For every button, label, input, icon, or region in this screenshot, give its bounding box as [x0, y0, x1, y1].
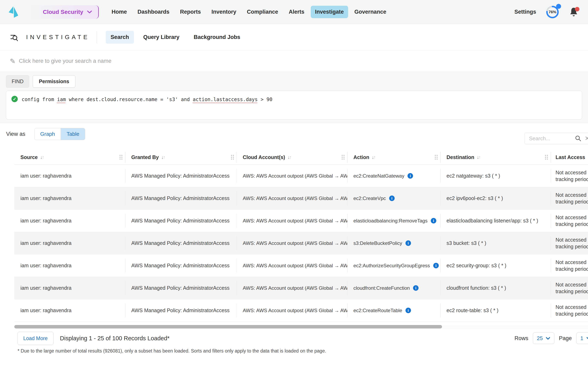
settings-button[interactable]: Settings [514, 9, 536, 15]
query-segment: action.lastaccess.days [193, 97, 258, 102]
rows-label: Rows [515, 335, 528, 342]
table-row[interactable]: iam user: raghavendraAWS Managed Policy:… [14, 165, 588, 187]
column-label: Source [20, 154, 38, 160]
cell-cloud-accounts: AWS: AWS Account outpost (AWS Global → A… [237, 254, 347, 277]
cell-action: ec2:CreateRouteTablei [347, 299, 440, 322]
cell-action: elasticloadbalancing:RemoveTagsi [347, 210, 440, 232]
column-header-cloud-account-s[interactable]: Cloud Account(s)↓↑ [237, 150, 347, 165]
cell-destination: ec2 ipv6pool-ec2: s3 ( * ) [440, 187, 551, 209]
sort-icon[interactable]: ↓↑ [372, 155, 375, 160]
nav-item-alerts[interactable]: Alerts [285, 6, 309, 18]
module-title: INVESTIGATE [26, 34, 90, 41]
sort-icon[interactable]: ↓↑ [477, 155, 480, 160]
table-row[interactable]: iam user: raghavendraAWS Managed Policy:… [14, 210, 588, 232]
info-icon[interactable]: i [413, 285, 419, 291]
load-more-button[interactable]: Load More [17, 332, 53, 345]
cell-text: AWS: AWS Account outpost (AWS Global → A… [243, 240, 347, 246]
permissions-chip[interactable]: Permissions [33, 75, 75, 88]
investigate-icon [9, 33, 19, 42]
table-row[interactable]: iam user: raghavendraAWS Managed Policy:… [14, 277, 588, 299]
cell-cloud-accounts: AWS: AWS Account outpost (AWS Global → A… [237, 165, 347, 187]
query-editor[interactable]: ✓ config from iam where dest.cloud.resou… [6, 91, 582, 119]
cell-cloud-accounts: AWS: AWS Account outpost (AWS Global → A… [237, 187, 347, 209]
column-drag-handle-icon[interactable] [230, 154, 234, 160]
column-drag-handle-icon[interactable] [119, 154, 123, 160]
cell-text: elasticloadbalancing listener/app: s3 ( … [447, 218, 538, 224]
cell-granted-by: AWS Managed Policy: AdministratorAccess [125, 232, 237, 254]
tab-search[interactable]: Search [106, 31, 134, 44]
table-row[interactable]: iam user: raghavendraAWS Managed Policy:… [14, 299, 588, 322]
column-header-action[interactable]: Action↓↑ [347, 150, 440, 165]
notifications-button[interactable] [569, 7, 579, 17]
cell-text: iam user: raghavendra [20, 218, 71, 224]
info-icon[interactable]: i [431, 218, 436, 224]
sort-icon[interactable]: ↓↑ [287, 155, 291, 160]
column-label: Destination [447, 154, 474, 160]
info-icon[interactable]: i [407, 173, 413, 179]
cell-text: elasticloadbalancing:RemoveTags [354, 218, 428, 224]
cell-granted-by: AWS Managed Policy: AdministratorAccess [125, 210, 237, 232]
sort-up-arrow: ↑ [163, 155, 165, 160]
query-chip-row: FIND Permissions [6, 75, 582, 88]
query-segment: iam [57, 97, 66, 102]
rows-per-page-select[interactable]: 25 [533, 333, 554, 344]
cell-last-access: Not accessed in the tracking period [551, 165, 588, 187]
column-drag-handle-icon[interactable] [544, 154, 549, 160]
horizontal-scrollbar [14, 325, 588, 329]
page-select[interactable]: 1 [576, 333, 588, 344]
cell-text: AWS Managed Policy: AdministratorAccess [131, 240, 229, 246]
column-header-last-access[interactable]: Last Access↓↑ [551, 150, 588, 165]
column-header-destination[interactable]: Destination↓↑ [440, 150, 551, 165]
app-switcher[interactable]: Cloud Security [31, 5, 99, 19]
tab-query-library[interactable]: Query Library [138, 31, 184, 44]
tab-background-jobs[interactable]: Background Jobs [189, 31, 245, 44]
module-bar: INVESTIGATE SearchQuery LibraryBackgroun… [0, 24, 588, 50]
column-header-source[interactable]: Source↓↑ [14, 150, 125, 165]
cell-action: ec2:CreateNatGatewayi [347, 165, 440, 187]
sort-icon[interactable]: ↓↑ [40, 155, 44, 160]
column-drag-handle-icon[interactable] [434, 154, 438, 160]
cell-last-access: Not accessed in the tracking period [551, 277, 588, 299]
nav-item-dashboards[interactable]: Dashboards [133, 6, 174, 18]
nav-item-investigate[interactable]: Investigate [311, 6, 348, 18]
horizontal-scrollbar-thumb[interactable] [14, 325, 442, 328]
cell-destination: ec2 security-group: s3 ( * ) [440, 254, 551, 277]
sort-icon[interactable]: ↓↑ [161, 155, 165, 160]
table-row[interactable]: iam user: raghavendraAWS Managed Policy:… [14, 254, 588, 277]
view-toggle-table[interactable]: Table [61, 128, 85, 140]
cell-text: Not accessed in the tracking period [555, 214, 588, 227]
table-row[interactable]: iam user: raghavendraAWS Managed Policy:… [14, 187, 588, 210]
sort-down-arrow: ↓ [372, 155, 374, 160]
cell-action: ec2:AuthorizeSecurityGroupEgressi [347, 254, 440, 277]
nav-item-reports[interactable]: Reports [176, 6, 205, 18]
info-icon[interactable]: i [389, 196, 395, 201]
table-row[interactable]: iam user: raghavendraAWS Managed Policy:… [14, 232, 588, 254]
nav-item-inventory[interactable]: Inventory [207, 6, 241, 18]
nav-item-compliance[interactable]: Compliance [242, 6, 282, 18]
module-tabs: SearchQuery LibraryBackground Jobs [106, 31, 245, 44]
page-label: Page [559, 335, 572, 342]
cell-last-access: Not accessed in the tracking period [551, 299, 588, 322]
column-label: Cloud Account(s) [243, 154, 285, 160]
cell-text: ec2 security-group: s3 ( * ) [447, 263, 506, 268]
search-icon[interactable] [575, 135, 581, 142]
usage-ring[interactable]: 76% [545, 5, 559, 19]
cell-action: ec2:CreateVpci [347, 187, 440, 209]
cell-last-access: Not accessed in the tracking period [551, 210, 588, 232]
column-drag-handle-icon[interactable] [341, 154, 345, 160]
column-header-granted-by[interactable]: Granted By↓↑ [125, 150, 237, 165]
nav-item-home[interactable]: Home [107, 6, 131, 18]
view-toggle-graph[interactable]: Graph [35, 128, 61, 140]
cell-text: cloudfront function: s3 ( * ) [447, 285, 506, 291]
info-icon[interactable]: i [406, 308, 411, 313]
cell-text: AWS: AWS Account outpost (AWS Global → A… [243, 173, 347, 179]
query-text: config from iam where dest.cloud.resourc… [22, 96, 272, 103]
info-icon[interactable]: i [406, 240, 411, 246]
nav-item-governance[interactable]: Governance [350, 6, 390, 18]
clear-search-icon[interactable]: ✕ [585, 135, 588, 142]
cell-text: ec2 route-table: s3 ( * ) [447, 308, 498, 313]
info-icon[interactable]: i [433, 263, 439, 268]
query-segment: where dest.cloud.resource.name = 's3' an… [66, 97, 193, 102]
table-search-input[interactable] [526, 135, 572, 142]
search-name-field[interactable]: ✎ Click here to give your search a name [0, 50, 588, 72]
